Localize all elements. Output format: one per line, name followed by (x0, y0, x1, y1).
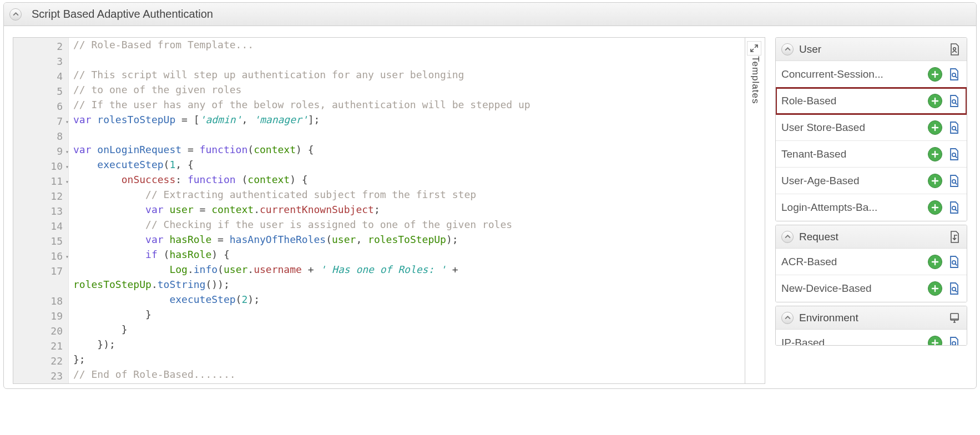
view-template-button[interactable] (947, 281, 961, 296)
code-line[interactable]: }; (73, 353, 745, 368)
category-collapse-toggle[interactable] (781, 231, 794, 243)
code-line[interactable] (73, 54, 745, 69)
category-collapse-toggle[interactable] (781, 312, 794, 324)
view-template-button[interactable] (947, 336, 961, 345)
code-line[interactable]: }); (73, 338, 745, 353)
code-line[interactable]: // If the user has any of the below role… (73, 99, 745, 114)
svg-point-2 (952, 99, 956, 103)
add-template-button[interactable] (928, 94, 942, 108)
code-line[interactable]: // End of Role-Based....... (73, 368, 745, 383)
template-item[interactable]: Concurrent-Session... (776, 61, 967, 88)
category-collapse-toggle[interactable] (781, 43, 794, 55)
code-line[interactable]: var user = context.currentKnownSubject; (73, 204, 745, 219)
category-title: Environment (799, 312, 948, 324)
gutter-line: 22 (13, 353, 68, 368)
fullscreen-button[interactable] (747, 41, 761, 55)
request-doc-icon (948, 230, 961, 244)
code-line[interactable]: if (hasRole) { (73, 249, 745, 264)
svg-point-0 (953, 47, 956, 50)
code-line[interactable]: // This script will step up authenticati… (73, 69, 745, 84)
gutter-line: 12 (13, 189, 68, 204)
code-editor[interactable]: 234567▾89▾10▾11▾1213141516▾1718192021222… (13, 37, 765, 384)
editor-code-area[interactable]: // Role-Based from Template...// This sc… (69, 38, 745, 383)
code-line[interactable]: // Checking if the user is assigned to o… (73, 219, 745, 234)
code-line[interactable]: executeStep(1, { (73, 159, 745, 174)
templates-tab[interactable]: Templates (745, 38, 765, 383)
collapse-toggle[interactable] (9, 8, 22, 21)
view-template-button[interactable] (947, 147, 961, 161)
template-item[interactable]: User-Age-Based (776, 168, 967, 194)
fold-marker-icon[interactable]: ▾ (65, 148, 69, 154)
template-item[interactable]: New-Device-Based (776, 275, 967, 302)
code-line[interactable]: onSuccess: function (context) { (73, 174, 745, 189)
editor-gutter: 234567▾89▾10▾11▾1213141516▾1718192021222… (13, 38, 69, 383)
template-item[interactable]: Tenant-Based (776, 141, 967, 168)
add-template-button[interactable] (928, 120, 942, 135)
svg-point-8 (952, 287, 956, 291)
code-line[interactable]: Log.info(user.username + ' Has one of Ro… (73, 264, 745, 279)
add-template-button[interactable] (928, 147, 942, 161)
code-line[interactable]: // to one of the given roles (73, 84, 745, 99)
code-line[interactable]: executeStep(2); (73, 294, 745, 308)
gutter-line: 20 (13, 323, 68, 338)
gutter-line: 15 (13, 234, 68, 249)
environment-doc-icon (948, 311, 961, 325)
template-item[interactable]: Role-Based (776, 88, 967, 114)
gutter-line: 21 (13, 338, 68, 353)
fold-marker-icon[interactable]: ▾ (65, 163, 69, 169)
panel-header: Script Based Adaptive Authentication (4, 3, 976, 26)
view-template-button[interactable] (947, 67, 961, 82)
svg-point-4 (952, 153, 956, 156)
gutter-line (13, 279, 68, 294)
gutter-line: 11▾ (13, 174, 68, 189)
chevron-up-icon (13, 11, 19, 17)
user-doc-icon (948, 43, 961, 56)
svg-point-3 (952, 126, 956, 129)
code-line[interactable]: var onLoginRequest = function(context) { (73, 144, 745, 159)
view-template-button[interactable] (947, 255, 961, 269)
add-template-button[interactable] (928, 174, 942, 188)
add-template-button[interactable] (928, 281, 942, 296)
panel-body: 234567▾89▾10▾11▾1213141516▾1718192021222… (4, 26, 976, 388)
template-category-header[interactable]: Environment (776, 306, 967, 330)
fold-marker-icon[interactable]: ▾ (65, 178, 69, 184)
view-template-button[interactable] (947, 120, 961, 135)
code-line[interactable]: rolesToStepUp.toString()); (73, 279, 745, 294)
category-title: User (799, 43, 948, 55)
view-template-button[interactable] (947, 94, 961, 108)
add-template-button[interactable] (928, 255, 942, 269)
template-item[interactable]: IP-Based (776, 330, 967, 345)
gutter-line: 9▾ (13, 144, 68, 159)
gutter-line: 17 (13, 264, 68, 279)
add-template-button[interactable] (928, 200, 942, 215)
template-item[interactable]: ACR-Based (776, 249, 967, 275)
code-line[interactable]: } (73, 323, 745, 338)
template-category-header[interactable]: User (776, 38, 967, 61)
svg-point-10 (952, 342, 956, 345)
fold-marker-icon[interactable]: ▾ (65, 118, 69, 124)
template-item-label: Role-Based (781, 95, 928, 107)
code-line[interactable] (73, 129, 745, 144)
fold-marker-icon[interactable]: ▾ (65, 253, 69, 259)
template-item[interactable]: User Store-Based (776, 114, 967, 141)
add-template-button[interactable] (928, 67, 942, 82)
code-line[interactable]: // Role-Based from Template... (73, 39, 745, 54)
code-line[interactable]: var rolesToStepUp = ['admin', 'manager']… (73, 114, 745, 129)
code-line[interactable]: } (73, 308, 745, 323)
add-template-button[interactable] (928, 336, 942, 345)
template-item-label: ACR-Based (781, 256, 928, 268)
view-template-button[interactable] (947, 174, 961, 188)
gutter-line: 18 (13, 294, 68, 308)
code-line[interactable]: var hasRole = hasAnyOfTheRoles(user, rol… (73, 234, 745, 249)
template-item-label: User-Age-Based (781, 175, 928, 187)
template-category-header[interactable]: Request (776, 225, 967, 249)
template-item[interactable]: Login-Attempts-Ba... (776, 194, 967, 221)
gutter-line: 3 (13, 54, 68, 69)
gutter-line: 5 (13, 84, 68, 99)
code-line[interactable]: // Extracting authenticated subject from… (73, 189, 745, 204)
view-template-button[interactable] (947, 200, 961, 215)
adaptive-auth-panel: Script Based Adaptive Authentication 234… (3, 2, 977, 389)
gutter-line: 14 (13, 219, 68, 234)
gutter-line: 23 (13, 368, 68, 383)
gutter-line: 4 (13, 69, 68, 84)
